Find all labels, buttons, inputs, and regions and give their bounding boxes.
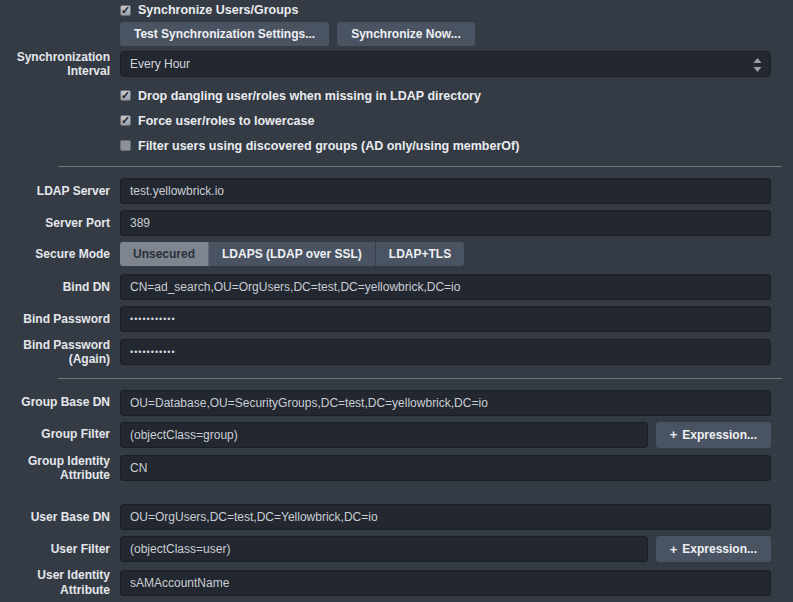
bind-dn-label: Bind DN <box>0 280 120 294</box>
user-identity-attribute-label: User Identity Attribute <box>0 568 120 597</box>
ldap-server-input[interactable] <box>120 178 771 204</box>
plus-icon: + <box>670 427 678 442</box>
secure-mode-option-unsecured[interactable]: Unsecured <box>120 242 209 266</box>
bind-dn-row: Bind DN <box>0 274 793 300</box>
sync-users-groups-row: Synchronize Users/Groups <box>0 3 793 17</box>
user-filter-row: User Filter +Expression... <box>0 536 793 562</box>
group-base-dn-label: Group Base DN <box>0 395 120 409</box>
option-row: Force user/roles to lowercase <box>0 114 793 128</box>
drop-dangling-checkbox[interactable] <box>120 90 131 101</box>
bind-password-input[interactable] <box>120 306 771 332</box>
force-lowercase-label: Force user/roles to lowercase <box>138 114 314 128</box>
bind-password-row: Bind Password <box>0 306 793 332</box>
user-filter-label: User Filter <box>0 542 120 556</box>
secure-mode-option-ldaps[interactable]: LDAPS (LDAP over SSL) <box>209 242 376 266</box>
option-row: Filter users using discovered groups (AD… <box>0 139 793 153</box>
secure-mode-label: Secure Mode <box>0 247 120 261</box>
bind-dn-input[interactable] <box>120 274 771 300</box>
bind-password-label: Bind Password <box>0 312 120 326</box>
bind-password-again-input[interactable] <box>120 339 771 365</box>
user-filter-expression-button[interactable]: +Expression... <box>656 536 771 562</box>
synchronize-now-button[interactable]: Synchronize Now... <box>337 22 475 46</box>
server-port-label: Server Port <box>0 216 120 230</box>
synchronization-interval-value: Every Hour <box>130 57 190 71</box>
secure-mode-option-ldap-tls[interactable]: LDAP+TLS <box>376 242 464 266</box>
sync-actions-row: Test Synchronization Settings... Synchro… <box>0 22 793 46</box>
section-divider <box>58 378 782 379</box>
user-identity-attribute-input[interactable] <box>120 570 771 596</box>
group-filter-row: Group Filter +Expression... <box>0 422 793 448</box>
group-filter-expression-button[interactable]: +Expression... <box>656 422 771 448</box>
ldap-settings-form: Synchronize Users/Groups Test Synchroniz… <box>0 0 793 602</box>
server-port-input[interactable] <box>120 210 771 236</box>
synchronization-interval-select[interactable]: Every Hour <box>120 51 771 77</box>
filter-users-discovered-groups-checkbox[interactable] <box>120 140 131 151</box>
synchronization-interval-label: Synchronization Interval <box>0 50 120 79</box>
secure-mode-segmented-control: Unsecured LDAPS (LDAP over SSL) LDAP+TLS <box>120 242 464 266</box>
server-port-row: Server Port <box>0 210 793 236</box>
sync-users-groups-checkbox[interactable] <box>120 5 131 16</box>
bind-password-again-row: Bind Password (Again) <box>0 338 793 367</box>
ldap-server-row: LDAP Server <box>0 178 793 204</box>
user-identity-attribute-row: User Identity Attribute <box>0 568 793 597</box>
group-identity-attribute-label: Group Identity Attribute <box>0 454 120 483</box>
group-identity-attribute-input[interactable] <box>120 455 771 481</box>
section-divider <box>58 166 782 167</box>
ldap-server-label: LDAP Server <box>0 184 120 198</box>
synchronization-interval-row: Synchronization Interval Every Hour <box>0 50 793 79</box>
sync-users-groups-label: Synchronize Users/Groups <box>138 3 298 17</box>
filter-users-discovered-groups-label: Filter users using discovered groups (AD… <box>138 139 519 153</box>
bind-password-again-label: Bind Password (Again) <box>0 338 120 367</box>
user-base-dn-label: User Base DN <box>0 510 120 524</box>
plus-icon: + <box>670 542 678 557</box>
option-row: Drop dangling user/roles when missing in… <box>0 89 793 103</box>
group-filter-input[interactable] <box>120 422 648 448</box>
drop-dangling-label: Drop dangling user/roles when missing in… <box>138 89 481 103</box>
user-base-dn-row: User Base DN <box>0 504 793 530</box>
user-filter-input[interactable] <box>120 536 648 562</box>
group-base-dn-row: Group Base DN <box>0 390 793 416</box>
group-identity-attribute-row: Group Identity Attribute <box>0 454 793 483</box>
group-filter-label: Group Filter <box>0 427 120 441</box>
group-base-dn-input[interactable] <box>120 390 771 416</box>
secure-mode-row: Secure Mode Unsecured LDAPS (LDAP over S… <box>0 242 793 266</box>
test-synchronization-settings-button[interactable]: Test Synchronization Settings... <box>120 22 329 46</box>
force-lowercase-checkbox[interactable] <box>120 115 131 126</box>
user-base-dn-input[interactable] <box>120 504 771 530</box>
select-stepper-icon <box>753 58 762 75</box>
